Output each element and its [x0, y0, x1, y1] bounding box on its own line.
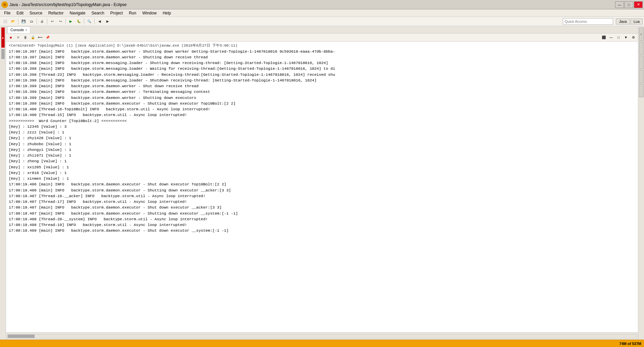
log-line-27: 17:00:19.407 [main] INFO backtype.storm.…: [9, 205, 635, 210]
toolbar-sep-6: [94, 18, 95, 24]
close-button[interactable]: ✕: [634, 1, 643, 8]
toolbar-save-btn[interactable]: 💾: [20, 18, 27, 25]
log-line-20: [Key] : xx1205 [Value] : 1: [9, 164, 635, 170]
log-line-26: 17:00:19.407 [Thread-17] INFO backtype.s…: [9, 199, 635, 205]
minimize-button[interactable]: —: [615, 1, 624, 8]
toolbar-print-btn[interactable]: 🖨: [38, 18, 46, 25]
console-maximize-btn[interactable]: □: [615, 35, 622, 41]
log-line-25: 17:00:19.407 [Thread-18-__acker] INFO ba…: [9, 193, 635, 199]
toolbar-search-btn[interactable]: 🔍: [86, 18, 93, 25]
right-sidebar-task-list[interactable]: ≡: [639, 27, 644, 41]
toolbar-sep-5: [84, 18, 84, 24]
menu-window[interactable]: Window: [140, 10, 159, 16]
toolbar: ⬜ 📂 💾 🗂 🖨 ↩ ↪ ▶ 🐛 🔍 ◀ ▶ Java Lua: [0, 17, 644, 26]
horizontal-scrollbar[interactable]: [7, 334, 637, 338]
log-line-2: 17:00:19.398 [main] INFO backtype.storm.…: [9, 60, 635, 66]
console-clear-btn[interactable]: 🗑: [22, 35, 29, 41]
menu-refactor[interactable]: Refactor: [46, 10, 66, 16]
title-bar-left: Java - JavaTest/src/com/bj/test/top10/To…: [1, 1, 127, 8]
console-scroll-lock-btn[interactable]: 🔒: [30, 35, 36, 41]
console-word-wrap-btn[interactable]: ⟵: [37, 35, 44, 41]
toolbar-sep-2: [37, 18, 37, 24]
log-line-6: 17:00:19.399 [main] INFO backtype.storm.…: [9, 83, 635, 89]
menu-file[interactable]: File: [1, 10, 13, 16]
quick-access-input[interactable]: [563, 18, 613, 25]
console-toolbar: ■ ✕ 🗑 🔒 ⟵ 📌 ⬛ — □ ▼ ⚙: [6, 34, 638, 42]
toolbar-open-btn[interactable]: 📂: [9, 18, 17, 25]
right-sidebar-5[interactable]: [639, 84, 644, 97]
console-content[interactable]: <terminated> TopologyMain (1) [Java Appl…: [6, 42, 638, 332]
menu-search[interactable]: Search: [89, 10, 107, 16]
log-line-3: 17:00:19.398 [main] INFO backtype.storm.…: [9, 66, 635, 71]
toolbar-forward-btn[interactable]: ▶: [104, 18, 111, 25]
log-line-24: 17:00:19.406 [main] INFO backtype.storm.…: [9, 187, 635, 193]
menu-edit[interactable]: Edit: [14, 10, 26, 16]
menu-bar: File Edit Source Refactor Navigate Searc…: [0, 9, 644, 17]
console-panel: Console × ■ ✕ 🗑 🔒 ⟵ 📌 ⬛ — □ ▼ ⚙ <termina…: [6, 26, 638, 340]
status-bar: 74M of 537M: [0, 340, 644, 347]
log-line-14: [Key] : zzzz [Value] : 1: [9, 129, 635, 135]
console-footer: [6, 332, 638, 340]
sidebar-icon-1[interactable]: ▲: [1, 27, 5, 48]
toolbar-new-btn[interactable]: ⬜: [1, 18, 9, 25]
tab-java[interactable]: Java: [616, 18, 630, 24]
console-tab-close-btn[interactable]: ×: [25, 28, 27, 32]
menu-run[interactable]: Run: [126, 10, 139, 16]
console-minimize-btn[interactable]: —: [608, 35, 614, 41]
sidebar-icon-2[interactable]: [1, 49, 5, 59]
toolbar-save-all-btn[interactable]: 🗂: [28, 18, 35, 25]
menu-navigate[interactable]: Navigate: [67, 10, 88, 16]
window-controls: — □ ✕: [615, 1, 643, 8]
console-header: Console ×: [6, 26, 638, 34]
right-sidebar-2[interactable]: [639, 42, 644, 55]
main-area: ▲ Console × ■ ✕ 🗑 🔒 ⟵ 📌 ⬛ — □ ▼ ⚙: [0, 26, 644, 340]
log-line-16: [Key] : zhubobo [Value] : 1: [9, 141, 635, 147]
title-bar: Java - JavaTest/src/com/bj/test/top10/To…: [0, 0, 644, 9]
title-text: Java - JavaTest/src/com/bj/test/top10/To…: [9, 2, 127, 7]
toolbar-sep-1: [18, 18, 18, 24]
scrollbar-thumb[interactable]: [8, 335, 35, 338]
maximize-button[interactable]: □: [625, 1, 633, 8]
toolbar-undo-btn[interactable]: ↩: [49, 18, 56, 25]
log-line-1: 17:00:19.397 [main] INFO backtype.storm.…: [9, 54, 635, 60]
toolbar-right-tabs: Java Lua: [616, 18, 643, 24]
right-sidebar-4[interactable]: [639, 70, 644, 83]
log-line-23: 17:00:19.406 [main] INFO backtype.storm.…: [9, 181, 635, 187]
log-line-9: 17:00:19.399 [main] INFO backtype.storm.…: [9, 101, 635, 106]
right-sidebar-3[interactable]: [639, 56, 644, 69]
toolbar-run-btn[interactable]: ▶: [67, 18, 74, 25]
log-line-17: [Key] : zhongyi [Value] : 1: [9, 147, 635, 153]
log-line-11: 17:00:19.400 [Thread-15] INFO backtype.s…: [9, 112, 635, 118]
log-line-12: >>>>>>>>>>> Word Counter [Top10Bolt-2] <…: [9, 118, 635, 124]
toolbar-debug-btn[interactable]: 🐛: [75, 18, 83, 25]
log-line-21: [Key] : xr818 [Value] : 1: [9, 170, 635, 176]
log-line-31: 17:00:19.409 [main] INFO backtype.storm.…: [9, 228, 635, 233]
menu-help[interactable]: Help: [160, 10, 174, 16]
eclipse-icon: [1, 1, 8, 8]
menu-project[interactable]: Project: [108, 10, 125, 16]
toolbar-redo-btn[interactable]: ↪: [57, 18, 64, 25]
quick-access-box: [563, 18, 613, 25]
toolbar-back-btn[interactable]: ◀: [96, 18, 103, 25]
console-open-console-btn[interactable]: ⬛: [600, 35, 607, 41]
console-remove-btn[interactable]: ✕: [15, 35, 21, 41]
terminated-line: <terminated> TopologyMain (1) [Java Appl…: [9, 43, 635, 49]
log-line-8: 17:00:19.399 [main] INFO backtype.storm.…: [9, 95, 635, 101]
toolbar-sep-3: [47, 18, 47, 24]
log-line-22: [Key] : xinmen [Value] : 1: [9, 176, 635, 181]
svg-point-1: [3, 3, 6, 6]
log-line-5: 17:00:19.398 [main] INFO backtype.storm.…: [9, 77, 635, 83]
menu-source[interactable]: Source: [27, 10, 45, 16]
console-tab[interactable]: Console ×: [7, 26, 30, 33]
tab-lua[interactable]: Lua: [631, 18, 643, 24]
console-view-menu-btn[interactable]: ▼: [623, 35, 629, 41]
console-pin-btn[interactable]: 📌: [44, 35, 51, 41]
console-settings-btn[interactable]: ⚙: [630, 35, 637, 41]
toolbar-sep-4: [65, 18, 66, 24]
log-line-10: 17:00:19.400 [Thread-16-Top10Bolt] INFO …: [9, 106, 635, 112]
log-line-30: 17:00:19.408 [Thread-19] INFO backtype.s…: [9, 222, 635, 228]
console-terminate-btn[interactable]: ■: [7, 35, 14, 41]
log-line-19: [Key] : zheng [Value] : 1: [9, 158, 635, 164]
log-line-18: [Key] : zhii971 [Value] : 1: [9, 153, 635, 158]
log-line-13: [Key] : 12345 [Value] : 3: [9, 124, 635, 129]
